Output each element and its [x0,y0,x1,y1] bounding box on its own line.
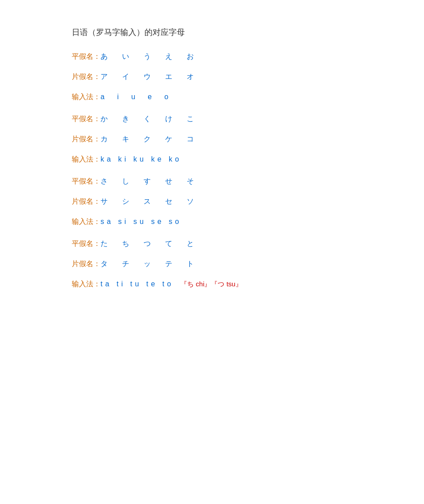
ka-romaji-chars: ka ki ku ke ko [101,155,182,163]
ka-section: 平假名： か き く け こ 片假名： カ キ ク ケ コ 输入法： ka ki… [72,114,424,164]
a-romaji-row: 输入法： a i u e o [72,92,424,102]
sa-hiragana-chars: さ し す せ そ [101,177,197,186]
sa-romaji-label: 输入法： [72,217,101,227]
sa-katakana-chars: サ シ ス セ ソ [101,197,197,206]
ta-katakana-row: 片假名： タ チ ッ テ ト [72,259,424,269]
ka-hiragana-row: 平假名： か き く け こ [72,114,424,124]
ta-hiragana-chars: た ち つ て と [101,239,197,249]
ta-romaji-normal: ta ti tu te to [101,280,174,288]
ta-katakana-chars: タ チ ッ テ ト [101,259,197,269]
ta-hiragana-label: 平假名： [72,239,101,249]
a-romaji-chars: a i u e o [101,92,171,102]
title-text: 日语（罗马字输入）的对应字母 [72,28,185,37]
a-katakana-row: 片假名： ア イ ウ エ オ [72,72,424,82]
sa-hiragana-row: 平假名： さ し す せ そ [72,177,424,186]
ka-katakana-chars: カ キ ク ケ コ [101,135,197,144]
a-romaji-label: 输入法： [72,92,101,102]
a-hiragana-row: 平假名： あ い う え お [72,52,424,61]
sa-hiragana-label: 平假名： [72,177,101,186]
ka-hiragana-label: 平假名： [72,114,101,124]
ta-katakana-label: 片假名： [72,259,101,269]
ka-hiragana-chars: か き く け こ [101,114,197,124]
sa-section: 平假名： さ し す せ そ 片假名： サ シ ス セ ソ 输入法： sa si… [72,177,424,227]
page-container: 日语（罗马字输入）的对应字母 平假名： あ い う え お 片假名： ア イ ウ… [72,27,424,289]
ka-romaji-row: 输入法： ka ki ku ke ko [72,155,424,164]
ta-romaji-label: 输入法： [72,280,101,289]
a-katakana-chars: ア イ ウ エ オ [101,72,197,82]
ka-katakana-row: 片假名： カ キ ク ケ コ [72,135,424,144]
sa-romaji-row: 输入法： sa si su se so [72,217,424,227]
page-title: 日语（罗马字输入）的对应字母 [72,27,424,38]
ta-section: 平假名： た ち つ て と 片假名： タ チ ッ テ ト 输入法： ta ti… [72,239,424,289]
a-section: 平假名： あ い う え お 片假名： ア イ ウ エ オ 输入法： a i u… [72,52,424,102]
sa-katakana-label: 片假名： [72,197,101,206]
ka-romaji-label: 输入法： [72,155,101,164]
ta-romaji-row: 输入法： ta ti tu te to 『ち chi』『つ tsu』 [72,280,424,289]
ta-hiragana-row: 平假名： た ち つ て と [72,239,424,249]
a-katakana-label: 片假名： [72,72,101,82]
ta-romaji-note: 『ち chi』『つ tsu』 [174,280,242,289]
ka-katakana-label: 片假名： [72,135,101,144]
sa-romaji-chars: sa si su se so [101,218,182,226]
sa-katakana-row: 片假名： サ シ ス セ ソ [72,197,424,206]
a-hiragana-chars: あ い う え お [101,52,197,61]
a-hiragana-label: 平假名： [72,52,101,61]
